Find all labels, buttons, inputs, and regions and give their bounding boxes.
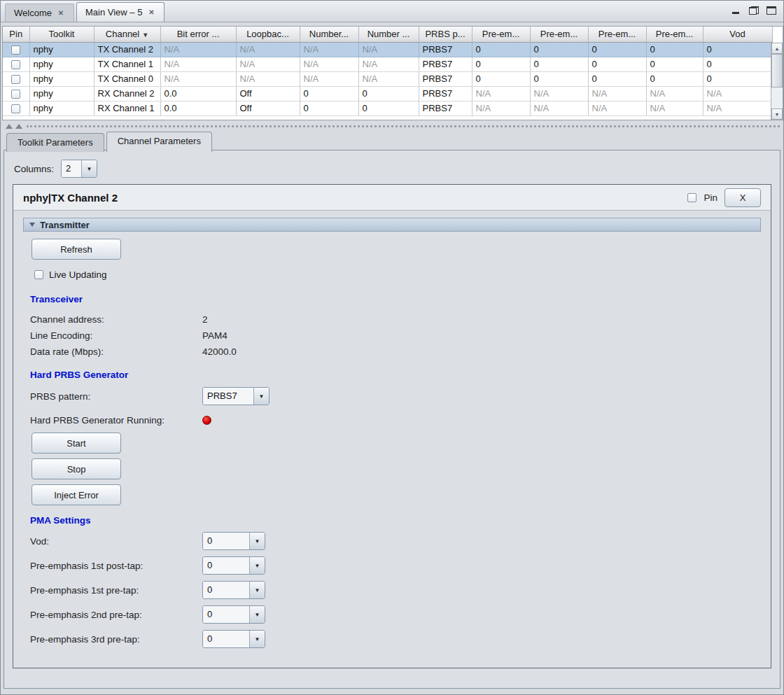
main-window: Welcome Main View – 5 PinToolkitChannel▼… [0,0,784,695]
field-row: Data rate (Mbps): 42000.0 [30,346,761,357]
columns-dropdown[interactable]: 2 [61,160,97,178]
pre-emphasis-2nd-pre-tap-dropdown[interactable]: 0 [202,605,265,624]
stop-button[interactable]: Stop [31,458,121,479]
dropdown-value: 0 [203,533,249,549]
table-row[interactable]: nphyTX Channel 0N/AN/AN/AN/APRBS700000 [3,71,772,86]
column-header[interactable]: Vod [703,27,772,42]
column-header[interactable]: Number ... [358,27,419,42]
view-splitter[interactable] [3,122,781,130]
column-header[interactable]: Bit error ... [160,27,236,42]
field-label: Pre-emphasis 1st post-tap: [30,561,202,571]
column-header[interactable]: Pre-em... [588,27,646,42]
column-header[interactable]: Pre-em... [530,27,588,42]
column-header[interactable]: Number... [300,27,358,42]
close-icon[interactable] [57,8,65,17]
maximize-icon[interactable] [766,6,776,15]
tab-channel-parameters[interactable]: Channel Parameters [106,132,212,152]
close-panel-button[interactable]: X [724,188,761,207]
chevron-down-icon[interactable] [249,606,265,623]
table-cell: RX Channel 2 [94,86,160,101]
column-header-label: Pre-em... [482,29,519,39]
column-header[interactable]: PRBS p... [419,27,472,42]
column-header[interactable]: Pre-em... [472,27,530,42]
collapse-arrow-icon [29,223,35,227]
chevron-down-icon[interactable] [249,533,265,549]
pre-emphasis-1st-post-tap-dropdown[interactable]: 0 [202,556,265,575]
pin-checkbox[interactable] [11,90,20,99]
table-cell: N/A [358,71,419,86]
table-cell: 0 [703,71,772,86]
close-icon[interactable] [147,8,155,16]
table-cell: 0 [588,57,646,71]
pma-field-row: Pre-emphasis 1st pre-tap: 0 [30,581,761,599]
chevron-down-icon[interactable] [81,160,97,177]
field-label: Vod: [30,536,202,547]
tab-toolkit-parameters[interactable]: Toolkit Parameters [6,133,104,152]
chevron-down-icon[interactable] [249,557,265,574]
pre-emphasis-3rd-pre-tap-dropdown[interactable]: 0 [202,630,265,648]
table-row[interactable]: nphyRX Channel 10.0Off00PRBS7N/AN/AN/AN/… [3,101,772,115]
minimize-icon[interactable] [732,6,741,15]
table-cell: PRBS7 [419,57,472,71]
chevron-down-icon[interactable] [249,631,265,647]
pma-field-row: Pre-emphasis 1st post-tap: 0 [30,556,761,575]
table-row[interactable]: nphyRX Channel 20.0Off00PRBS7N/AN/AN/AN/… [3,86,772,101]
pin-checkbox[interactable] [11,75,20,84]
table-row[interactable]: nphyTX Channel 1N/AN/AN/AN/APRBS700000 [3,57,772,71]
table-cell: 0 [588,71,646,86]
inject-error-button[interactable]: Inject Error [31,484,121,505]
table-cell: N/A [300,71,358,86]
table-cell: N/A [703,101,772,115]
table-cell: Off [236,101,300,115]
table-row[interactable]: nphyTX Channel 2N/AN/AN/AN/APRBS700000 [3,42,772,57]
pin-checkbox[interactable] [11,60,20,69]
live-updating-checkbox[interactable] [34,270,43,279]
table-cell: PRBS7 [419,101,472,115]
pin-panel-checkbox[interactable] [687,193,696,202]
transmitter-section-header[interactable]: Transmitter [23,218,761,232]
column-header-label: PRBS p... [425,29,465,39]
dropdown-value: 0 [203,631,249,647]
panel-body: Transmitter Refresh Live Updating Transc… [13,211,771,668]
table-cell: 0 [300,86,358,101]
vod-dropdown[interactable]: 0 [202,532,265,550]
column-header[interactable]: Pre-em... [646,27,703,42]
column-header[interactable]: Pin [3,27,29,42]
column-header[interactable]: Loopbac... [236,27,300,42]
pin-checkbox[interactable] [11,45,20,55]
chevron-down-icon[interactable] [249,582,265,598]
column-header-label: Vod [729,29,745,39]
refresh-button[interactable]: Refresh [31,239,121,260]
table-cell: 0 [703,57,772,71]
pin-checkbox-label: Pin [704,192,718,203]
scrollbar-thumb[interactable] [771,54,783,87]
tab-welcome[interactable]: Welcome [5,3,74,22]
channel-table-body: nphyTX Channel 2N/AN/AN/AN/APRBS700000np… [3,42,772,115]
vertical-scrollbar[interactable] [771,43,783,120]
table-cell: N/A [703,86,772,101]
splitter-grip-icon [6,124,13,129]
table-cell: N/A [236,71,300,86]
table-cell: N/A [646,86,703,101]
table-cell: 0 [472,57,530,71]
tab-main-view[interactable]: Main View – 5 [76,2,164,22]
table-cell: N/A [358,57,419,71]
table-cell: N/A [472,86,530,101]
column-header[interactable]: Channel▼ [94,27,160,42]
restore-icon[interactable] [749,6,759,15]
pin-checkbox[interactable] [11,104,20,113]
scroll-down-icon[interactable] [771,108,783,120]
chevron-down-icon[interactable] [253,388,269,405]
start-button[interactable]: Start [31,433,121,454]
table-cell: 0 [530,42,588,57]
table-cell: 0 [703,42,772,57]
table-cell: N/A [646,101,703,115]
prbs-running-status: Hard PRBS Generator Running: [30,415,761,426]
pin-cell [3,57,29,71]
transceiver-heading: Transceiver [30,294,761,304]
pre-emphasis-1st-pre-tap-dropdown[interactable]: 0 [202,581,265,599]
scroll-up-icon[interactable] [771,43,783,54]
column-header[interactable]: Toolkit [29,27,94,42]
prbs-pattern-dropdown[interactable]: PRBS7 [202,387,270,405]
column-header-label: Pin [9,29,22,39]
